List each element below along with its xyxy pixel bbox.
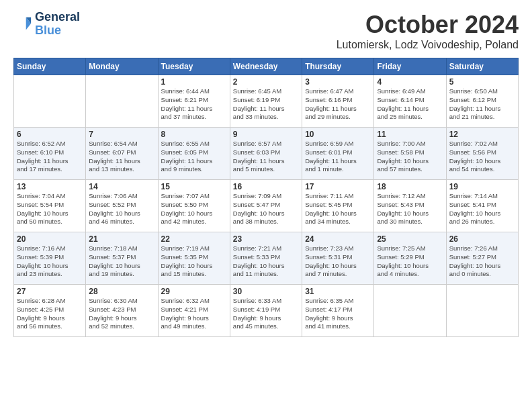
day-number: 25 <box>377 234 443 244</box>
month-title: October 2024 <box>337 11 519 39</box>
calendar-cell: 1Sunrise: 6:44 AMSunset: 6:21 PMDaylight… <box>158 75 230 128</box>
calendar-cell: 7Sunrise: 6:54 AMSunset: 6:07 PMDaylight… <box>86 128 158 180</box>
day-info: Sunrise: 7:00 AMSunset: 5:58 PMDaylight:… <box>377 140 443 174</box>
week-row-4: 20Sunrise: 7:16 AMSunset: 5:39 PMDayligh… <box>14 232 519 285</box>
day-number: 8 <box>161 130 227 139</box>
day-info: Sunrise: 7:21 AMSunset: 5:33 PMDaylight:… <box>233 244 299 279</box>
day-number: 16 <box>233 182 299 191</box>
weekday-wednesday: Wednesday <box>230 58 302 75</box>
calendar-cell: 29Sunrise: 6:32 AMSunset: 4:21 PMDayligh… <box>158 285 230 337</box>
day-info: Sunrise: 6:30 AMSunset: 4:23 PMDaylight:… <box>89 297 154 331</box>
day-number: 6 <box>17 130 83 139</box>
day-number: 24 <box>305 234 371 244</box>
day-number: 21 <box>89 234 154 244</box>
day-info: Sunrise: 6:59 AMSunset: 6:01 PMDaylight:… <box>305 140 371 174</box>
calendar-cell: 13Sunrise: 7:04 AMSunset: 5:54 PMDayligh… <box>14 180 86 232</box>
calendar-cell: 18Sunrise: 7:12 AMSunset: 5:43 PMDayligh… <box>374 180 446 232</box>
calendar-cell: 30Sunrise: 6:33 AMSunset: 4:19 PMDayligh… <box>230 285 302 337</box>
day-info: Sunrise: 6:33 AMSunset: 4:19 PMDaylight:… <box>233 297 299 331</box>
weekday-tuesday: Tuesday <box>158 58 230 75</box>
day-number: 3 <box>305 77 371 87</box>
calendar-cell: 4Sunrise: 6:49 AMSunset: 6:14 PMDaylight… <box>374 75 446 128</box>
day-number: 11 <box>377 130 443 139</box>
day-number: 10 <box>305 130 371 139</box>
calendar-cell: 24Sunrise: 7:23 AMSunset: 5:31 PMDayligh… <box>302 232 374 285</box>
day-number: 22 <box>161 234 227 244</box>
day-number: 15 <box>161 182 227 191</box>
day-number: 20 <box>17 234 83 244</box>
day-number: 13 <box>17 182 83 191</box>
calendar-body: 1Sunrise: 6:44 AMSunset: 6:21 PMDaylight… <box>14 75 519 337</box>
day-number: 27 <box>17 287 83 296</box>
calendar-cell: 3Sunrise: 6:47 AMSunset: 6:16 PMDaylight… <box>302 75 374 128</box>
day-info: Sunrise: 6:44 AMSunset: 6:21 PMDaylight:… <box>161 87 227 122</box>
week-row-1: 1Sunrise: 6:44 AMSunset: 6:21 PMDaylight… <box>14 75 519 128</box>
page: General Blue October 2024 Lutomiersk, Lo… <box>0 0 532 344</box>
day-info: Sunrise: 7:11 AMSunset: 5:45 PMDaylight:… <box>305 192 371 226</box>
day-info: Sunrise: 7:02 AMSunset: 5:56 PMDaylight:… <box>449 140 515 174</box>
day-info: Sunrise: 6:55 AMSunset: 6:05 PMDaylight:… <box>161 140 227 174</box>
location-title: Lutomiersk, Lodz Voivodeship, Poland <box>337 39 519 51</box>
calendar-cell <box>446 285 518 337</box>
calendar-cell: 25Sunrise: 7:25 AMSunset: 5:29 PMDayligh… <box>374 232 446 285</box>
day-info: Sunrise: 7:07 AMSunset: 5:50 PMDaylight:… <box>161 192 227 226</box>
calendar-cell: 15Sunrise: 7:07 AMSunset: 5:50 PMDayligh… <box>158 180 230 232</box>
day-info: Sunrise: 6:32 AMSunset: 4:21 PMDaylight:… <box>161 297 227 331</box>
calendar-header: SundayMondayTuesdayWednesdayThursdayFrid… <box>14 58 519 75</box>
header: General Blue October 2024 Lutomiersk, Lo… <box>13 11 519 51</box>
day-info: Sunrise: 6:47 AMSunset: 6:16 PMDaylight:… <box>305 87 371 122</box>
day-info: Sunrise: 6:50 AMSunset: 6:12 PMDaylight:… <box>449 87 515 122</box>
day-number: 7 <box>89 130 154 139</box>
weekday-monday: Monday <box>86 58 158 75</box>
day-number: 30 <box>233 287 299 296</box>
calendar-cell <box>86 75 158 128</box>
day-number: 4 <box>377 77 443 87</box>
day-number: 9 <box>233 130 299 139</box>
calendar-cell: 28Sunrise: 6:30 AMSunset: 4:23 PMDayligh… <box>86 285 158 337</box>
day-number: 29 <box>161 287 227 296</box>
calendar-cell: 22Sunrise: 7:19 AMSunset: 5:35 PMDayligh… <box>158 232 230 285</box>
week-row-5: 27Sunrise: 6:28 AMSunset: 4:25 PMDayligh… <box>14 285 519 337</box>
day-info: Sunrise: 7:19 AMSunset: 5:35 PMDaylight:… <box>161 244 227 279</box>
day-info: Sunrise: 7:14 AMSunset: 5:41 PMDaylight:… <box>449 192 515 226</box>
title-block: October 2024 Lutomiersk, Lodz Voivodeshi… <box>337 11 519 51</box>
day-info: Sunrise: 7:09 AMSunset: 5:47 PMDaylight:… <box>233 192 299 226</box>
day-info: Sunrise: 6:57 AMSunset: 6:03 PMDaylight:… <box>233 140 299 174</box>
calendar-cell: 31Sunrise: 6:35 AMSunset: 4:17 PMDayligh… <box>302 285 374 337</box>
calendar-cell: 19Sunrise: 7:14 AMSunset: 5:41 PMDayligh… <box>446 180 518 232</box>
calendar-cell: 21Sunrise: 7:18 AMSunset: 5:37 PMDayligh… <box>86 232 158 285</box>
logo-icon <box>13 15 32 34</box>
day-info: Sunrise: 7:06 AMSunset: 5:52 PMDaylight:… <box>89 192 154 226</box>
day-number: 5 <box>449 77 515 87</box>
day-info: Sunrise: 6:49 AMSunset: 6:14 PMDaylight:… <box>377 87 443 122</box>
calendar-cell: 10Sunrise: 6:59 AMSunset: 6:01 PMDayligh… <box>302 128 374 180</box>
logo: General Blue <box>13 11 80 38</box>
calendar-cell: 20Sunrise: 7:16 AMSunset: 5:39 PMDayligh… <box>14 232 86 285</box>
day-number: 2 <box>233 77 299 87</box>
weekday-friday: Friday <box>374 58 446 75</box>
calendar-cell: 14Sunrise: 7:06 AMSunset: 5:52 PMDayligh… <box>86 180 158 232</box>
weekday-saturday: Saturday <box>446 58 518 75</box>
calendar-cell <box>374 285 446 337</box>
calendar-cell <box>14 75 86 128</box>
logo-text: General Blue <box>35 11 80 38</box>
calendar-table: SundayMondayTuesdayWednesdayThursdayFrid… <box>13 58 519 337</box>
calendar-cell: 11Sunrise: 7:00 AMSunset: 5:58 PMDayligh… <box>374 128 446 180</box>
calendar-cell: 27Sunrise: 6:28 AMSunset: 4:25 PMDayligh… <box>14 285 86 337</box>
day-number: 31 <box>305 287 371 296</box>
calendar-cell: 26Sunrise: 7:26 AMSunset: 5:27 PMDayligh… <box>446 232 518 285</box>
day-number: 1 <box>161 77 227 87</box>
day-info: Sunrise: 7:04 AMSunset: 5:54 PMDaylight:… <box>17 192 83 226</box>
calendar-cell: 9Sunrise: 6:57 AMSunset: 6:03 PMDaylight… <box>230 128 302 180</box>
calendar-cell: 12Sunrise: 7:02 AMSunset: 5:56 PMDayligh… <box>446 128 518 180</box>
weekday-thursday: Thursday <box>302 58 374 75</box>
day-info: Sunrise: 7:25 AMSunset: 5:29 PMDaylight:… <box>377 244 443 279</box>
day-number: 18 <box>377 182 443 191</box>
day-number: 14 <box>89 182 154 191</box>
calendar-cell: 16Sunrise: 7:09 AMSunset: 5:47 PMDayligh… <box>230 180 302 232</box>
day-number: 23 <box>233 234 299 244</box>
calendar-cell: 6Sunrise: 6:52 AMSunset: 6:10 PMDaylight… <box>14 128 86 180</box>
day-number: 12 <box>449 130 515 139</box>
day-number: 28 <box>89 287 154 296</box>
week-row-3: 13Sunrise: 7:04 AMSunset: 5:54 PMDayligh… <box>14 180 519 232</box>
